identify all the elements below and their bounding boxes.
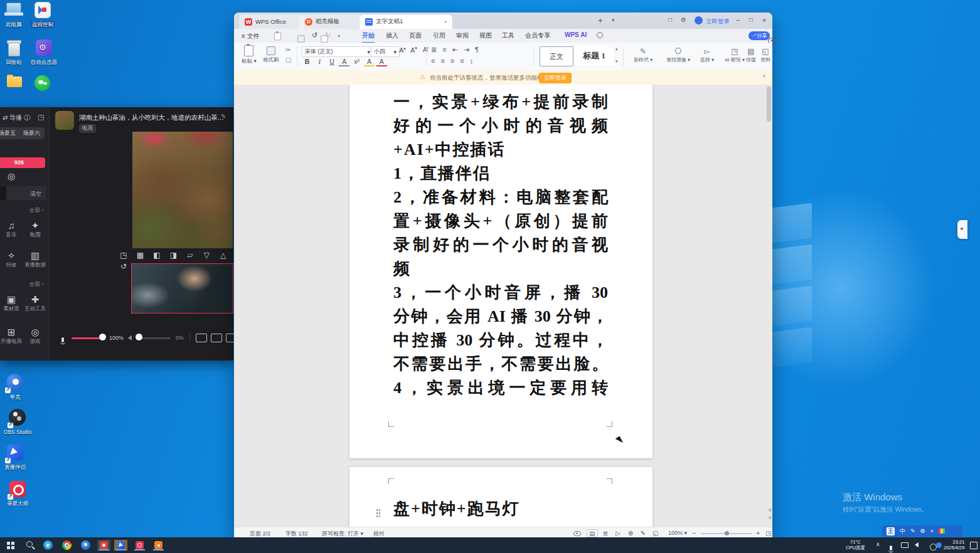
maximize-button[interactable]: □ — [749, 16, 753, 23]
desktop-icon-recycle-bin[interactable]: 回收站 — [0, 39, 29, 66]
desktop-icon-live-companion[interactable]: 直播伴侣 — [0, 444, 30, 471]
outline-view-icon[interactable]: ≣ — [600, 530, 610, 537]
style-gallery-up-icon[interactable]: ▴ — [615, 46, 618, 51]
tab-document-1[interactable]: 文字文稿1 • — [360, 14, 452, 29]
decrease-font-icon[interactable]: A▾ — [408, 46, 419, 54]
info-icon[interactable]: ⓘ — [24, 114, 30, 121]
desktop-icon-auto-clicker[interactable]: ⚙ 自动点击器 — [26, 39, 61, 66]
taskbar-search-button[interactable] — [25, 540, 36, 550]
flip-horizontal-icon[interactable]: ◧ — [150, 251, 164, 260]
web-layout-icon[interactable]: ⊕ — [626, 530, 636, 537]
taskbar-recorder[interactable] — [133, 540, 146, 550]
tray-bluetooth-dot-icon[interactable] — [936, 542, 942, 548]
zoom-in-icon[interactable]: + — [756, 529, 760, 537]
fullscreen-icon[interactable]: ◳ — [764, 530, 774, 537]
grid-icon[interactable]: ▦ — [133, 251, 147, 260]
taskbar-browser-blue[interactable] — [80, 540, 91, 550]
fullscreen-icon[interactable]: ◳ — [117, 251, 130, 260]
ime-pen-icon[interactable]: ✎ — [910, 528, 915, 534]
tab-wps-home[interactable]: W WPS Office — [239, 14, 304, 29]
document-page-1[interactable]: 一，实景+绿布+提前录制 好的一个小时的音视频 +AI+中控插话 1，直播伴侣 … — [349, 85, 652, 458]
edit-icon[interactable]: ✎ — [221, 113, 226, 120]
desktop-icon-quark[interactable]: 夸克 — [0, 374, 30, 401]
reset-icon[interactable]: ↺ — [117, 262, 130, 271]
taskbar-app-orange[interactable] — [152, 540, 165, 550]
layout-switch-icon[interactable]: □ — [668, 16, 672, 23]
tab-docer-templates[interactable]: D 稻壳模板 — [299, 14, 365, 29]
zoom-out-icon[interactable]: − — [692, 529, 696, 537]
camera-icon[interactable] — [211, 334, 222, 342]
ribbon-tab-home[interactable]: 开始 — [362, 31, 375, 43]
tool-interactive-tools[interactable]: ✚ 互动工具 — [24, 294, 46, 313]
ribbon-tab-insert[interactable]: 插入 — [386, 31, 398, 40]
ime-wubi-indicator[interactable]: 王 — [887, 527, 895, 535]
ink-pen-icon[interactable]: ✎ — [638, 530, 648, 537]
style-heading-1[interactable]: 标题 1 — [575, 46, 614, 65]
ime-settings-icon[interactable]: ⚙ — [920, 528, 925, 534]
login-link[interactable]: 立即登录 — [706, 18, 730, 26]
ribbon-tab-page[interactable]: 页面 — [409, 31, 422, 40]
indent-icon[interactable]: ⇥ — [464, 46, 475, 53]
paragraph-mark-icon[interactable]: ¶ — [475, 46, 484, 53]
font-color-button[interactable]: A — [376, 58, 387, 66]
ribbon-tab-review[interactable]: 审阅 — [456, 31, 469, 40]
tray-expand-chevron-icon[interactable]: ∧ — [876, 541, 880, 547]
clock-widget[interactable]: 23:21 2025/4/29 — [944, 540, 964, 550]
clear-format-icon[interactable]: A̸ — [420, 46, 430, 53]
taskbar-live-companion[interactable] — [114, 540, 127, 550]
tool-media-library[interactable]: ▣ 素材库 — [0, 294, 23, 313]
clear-button[interactable]: 清空 — [30, 190, 41, 198]
desktop-icon-obs[interactable]: OBS Studio — [0, 409, 35, 435]
italic-button[interactable]: I — [314, 58, 325, 65]
find-replace-button[interactable]: 查找替换 ▾ — [662, 47, 695, 63]
play-slideshow-icon[interactable]: ▷ — [613, 530, 623, 537]
start-button[interactable] — [5, 540, 16, 550]
move-down-icon[interactable]: ▽ — [200, 251, 213, 260]
cpu-temp-widget[interactable]: 71°C CPU温度 — [846, 540, 865, 550]
target-icon[interactable]: ◎ — [8, 171, 15, 181]
record-icon[interactable] — [196, 334, 207, 342]
style-normal[interactable]: 正文 — [540, 46, 573, 66]
ribbon-tab-member[interactable]: 会员专享 — [525, 31, 550, 40]
scroll-page-down-chevron-icon[interactable]: ∨ — [768, 515, 772, 520]
settings-gear-icon[interactable]: ⚙ — [681, 16, 686, 23]
select-button[interactable]: ▻ 选择 ▾ — [696, 47, 718, 63]
align-right-icon[interactable]: ≡ — [450, 57, 460, 65]
format-painter-button[interactable]: 格式刷 — [263, 46, 279, 64]
superscript-button[interactable]: x² — [351, 58, 362, 65]
notice-close-icon[interactable]: × — [762, 73, 766, 80]
file-menu[interactable]: ≡ 文件 — [242, 32, 260, 41]
scroll-down-chevron-icon[interactable]: ∨ — [768, 507, 772, 513]
tool-ecommerce[interactable]: ⊞ 开播电商 — [0, 327, 23, 345]
move-up-icon[interactable]: △ — [216, 251, 230, 260]
bullets-icon[interactable]: ≣ — [431, 46, 442, 53]
tool-live-stats[interactable]: ▥ 直播数据 — [24, 250, 46, 269]
taskbar-chrome[interactable] — [61, 540, 72, 550]
zoom-percent[interactable]: 100% ▾ — [668, 530, 687, 536]
tab-list-chevron-icon[interactable]: ▾ — [612, 17, 615, 23]
speaker-slider-track[interactable] — [138, 337, 171, 339]
ribbon-tab-tools[interactable]: 工具 — [502, 31, 514, 40]
vertical-scrollbar-thumb[interactable] — [767, 87, 771, 122]
select-all-icon[interactable]: ▢ — [285, 56, 291, 63]
section-all-2[interactable]: 全部 › — [29, 280, 44, 288]
preview-video-main[interactable] — [132, 132, 233, 248]
avatar[interactable] — [695, 16, 703, 24]
action-center-icon[interactable] — [970, 542, 977, 549]
taskbar-app-red[interactable] — [97, 540, 110, 550]
live-count-bar[interactable]: 926 — [0, 157, 45, 168]
paste-button[interactable]: 粘贴 ▾ — [242, 45, 257, 65]
notice-login-button[interactable]: 立即登录 — [539, 73, 572, 83]
font-name-select[interactable]: 宋体 (正文)▾ — [302, 46, 373, 57]
desktop-icon-this-pc[interactable]: 此电脑 — [0, 1, 29, 29]
style-gallery-down-icon[interactable]: ▾ — [615, 59, 618, 64]
tab-wps-ai[interactable]: WPS AI — [565, 31, 587, 38]
underline-button[interactable]: U — [327, 58, 338, 65]
ime-lang-indicator[interactable]: 中 — [900, 527, 905, 535]
crop-icon[interactable]: ▱ — [183, 251, 197, 260]
close-button[interactable]: × — [762, 16, 766, 24]
search-icon[interactable] — [597, 32, 603, 38]
font-size-select[interactable]: 小四▾ — [371, 46, 400, 57]
tool-music[interactable]: ♫ 音乐 — [0, 220, 23, 239]
highlight-button[interactable]: A — [364, 58, 375, 66]
